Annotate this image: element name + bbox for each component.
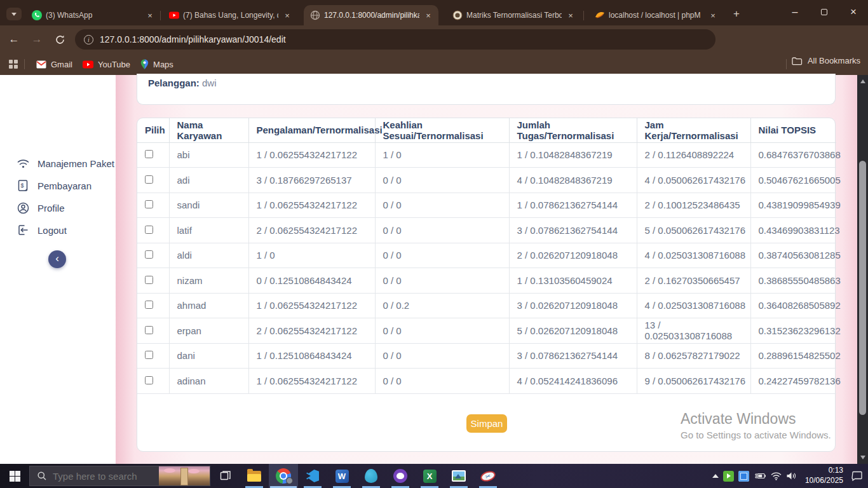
tab-close-icon[interactable] [282, 10, 292, 20]
sidebar-item-profile[interactable]: Profile [0, 198, 116, 217]
taskbar-app-word[interactable] [327, 464, 356, 488]
start-button[interactable] [0, 464, 29, 488]
forward-icon[interactable] [28, 30, 46, 48]
photos-icon [452, 470, 466, 482]
select-row-checkbox[interactable] [145, 150, 153, 158]
github-icon [393, 469, 407, 483]
table-row: aldi 1 / 0 0 / 0 2 / 0.026207120918048 4… [137, 243, 836, 268]
sidebar: Manajemen Paket $ Pembayaran Profile Log… [0, 75, 116, 464]
cell-jam: 2 / 0.10012523486435 [637, 193, 750, 218]
page-content: Manajemen Paket $ Pembayaran Profile Log… [0, 75, 868, 464]
minimize-icon[interactable] [780, 0, 810, 24]
table-row: latif 2 / 0.062554324217122 0 / 0 3 / 0.… [137, 218, 836, 243]
battery-icon[interactable] [754, 464, 766, 488]
bookmark-gmail[interactable]: Gmail [31, 57, 78, 72]
all-bookmarks-button[interactable]: All Bookmarks [792, 56, 860, 65]
taskbar-app-github[interactable] [386, 464, 415, 488]
tab-close-icon[interactable] [708, 10, 718, 20]
clock-date: 10/06/2025 [805, 476, 843, 486]
sidebar-collapse-button[interactable] [48, 250, 66, 268]
tab-close-icon[interactable] [145, 10, 155, 20]
cell-topsis: 0.24227459782136 [750, 369, 836, 394]
cell-name: aldi [169, 243, 248, 268]
tab-matriks[interactable]: Matriks Ternormalisasi Terbo [446, 5, 581, 25]
cell-tugas: 4 / 0.052414241836096 [509, 369, 637, 394]
whatsapp-icon [32, 10, 42, 20]
taskbar-app-mongodb[interactable] [356, 464, 386, 488]
task-view-button[interactable] [210, 464, 240, 488]
tab-youtube[interactable]: (7) Bahas Uang, Longevity, d [163, 5, 297, 25]
tab-search-icon[interactable] [6, 8, 22, 20]
cell-keahlian: 0 / 0 [375, 193, 509, 218]
speaker-icon[interactable] [786, 464, 797, 488]
select-row-checkbox[interactable] [145, 351, 153, 359]
site-info-icon[interactable] [84, 35, 93, 44]
tab-close-icon[interactable] [566, 10, 576, 20]
header-keahlian: Keahlian Sesuai/Ternormalisasi [375, 118, 509, 142]
table-header-row: Pilih Nama Karyawan Pengalaman/Ternormal… [137, 118, 836, 142]
bookmarks-separator [24, 59, 25, 69]
tab-active-pilihkaryawan[interactable]: 127.0.0.1:8000/admin/pilihka [304, 5, 438, 25]
cell-tugas: 3 / 0.078621362754144 [509, 343, 637, 369]
cell-name: ahmad [169, 293, 248, 318]
bookmark-youtube[interactable]: YouTube [78, 57, 135, 72]
tray-expand-chevron-icon[interactable] [712, 464, 719, 488]
select-row-checkbox[interactable] [145, 226, 153, 234]
select-row-checkbox[interactable] [145, 250, 153, 259]
taskbar-app-excel[interactable] [415, 464, 444, 488]
cell-name: sandi [169, 193, 248, 218]
page-scrollbar[interactable] [857, 75, 868, 464]
select-row-checkbox[interactable] [145, 200, 153, 208]
wifi-icon [17, 158, 29, 169]
apps-grid-icon[interactable] [9, 60, 18, 69]
select-row-checkbox[interactable] [145, 326, 153, 334]
scroll-down-icon[interactable] [857, 452, 868, 463]
select-row-checkbox[interactable] [145, 301, 153, 309]
taskbar-app-photos[interactable] [444, 464, 473, 488]
wifi-icon[interactable] [771, 464, 782, 488]
tray-blue-app-icon[interactable] [738, 464, 749, 488]
tab-whatsapp[interactable]: (3) WhatsApp [25, 5, 160, 25]
taskbar-app-file-explorer[interactable] [240, 464, 269, 488]
taskbar-app-snipping-tool[interactable] [473, 464, 503, 488]
address-bar[interactable]: 127.0.0.1:8000/admin/pilihkaryawan/J0014… [75, 29, 715, 50]
sidebar-item-pembayaran[interactable]: $ Pembayaran [0, 176, 116, 195]
cell-jam: 4 / 0.025031308716088 [637, 243, 750, 268]
tray-green-app-icon[interactable] [723, 464, 734, 488]
bookmarks-separator [786, 59, 787, 69]
scroll-up-icon[interactable] [857, 76, 868, 86]
taskbar-app-chrome[interactable] [269, 464, 298, 488]
restore-icon[interactable] [810, 0, 839, 24]
new-tab-button[interactable] [729, 7, 743, 21]
tab-close-icon[interactable] [423, 10, 433, 20]
tab-phpmyadmin[interactable]: localhost / localhost | phpM [588, 5, 723, 25]
select-row-checkbox[interactable] [145, 376, 153, 384]
taskbar-search[interactable] [29, 466, 210, 486]
cell-pengalaman: 0 / 0.12510864843424 [248, 268, 375, 294]
customer-value: dwi [202, 78, 217, 88]
sidebar-item-manajemen-paket[interactable]: Manajemen Paket [0, 154, 116, 173]
sidebar-item-label: Manajemen Paket [37, 158, 114, 169]
taskbar-app-vscode[interactable] [298, 464, 327, 488]
search-daily-image[interactable] [159, 466, 210, 485]
taskbar-clock[interactable]: 0:13 10/06/2025 [801, 466, 847, 485]
close-icon[interactable] [839, 0, 868, 24]
scrollbar-thumb[interactable] [859, 161, 866, 415]
cell-topsis: 0.43469903831123 [750, 218, 836, 243]
bookmark-maps[interactable]: Maps [135, 57, 179, 72]
back-icon[interactable] [5, 30, 23, 48]
sidebar-item-logout[interactable]: Logout [0, 220, 116, 240]
select-row-checkbox[interactable] [145, 175, 153, 184]
maps-pin-icon [140, 59, 149, 70]
cell-tugas: 4 / 0.10482848367219 [509, 168, 637, 193]
action-center-icon[interactable] [851, 464, 863, 488]
reload-icon[interactable] [51, 30, 69, 48]
cell-keahlian: 0 / 0.2 [375, 293, 509, 318]
cell-keahlian: 0 / 0 [375, 369, 509, 394]
save-button[interactable]: Simpan [466, 414, 507, 433]
windows-logo-icon [10, 471, 20, 482]
cell-pengalaman: 1 / 0.062554324217122 [248, 142, 375, 168]
select-row-checkbox[interactable] [145, 276, 153, 284]
table-row: nizam 0 / 0.12510864843424 0 / 0 1 / 0.1… [137, 268, 836, 294]
sidebar-item-label: Pembayaran [37, 180, 92, 191]
